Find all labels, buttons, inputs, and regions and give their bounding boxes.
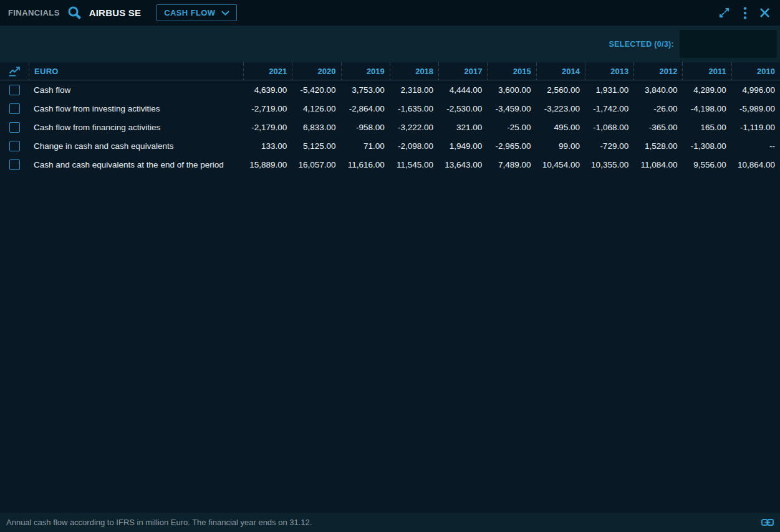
value-cell: 16,057.00 — [292, 160, 340, 169]
row-label: Cash and cash equivalents at the end of … — [29, 160, 243, 169]
year-column-header: 2012 — [633, 62, 682, 80]
year-column-header: 2017 — [438, 62, 487, 80]
chevron-down-icon — [221, 11, 229, 16]
cashflow-table: EURO 20212020201920182017201520142013201… — [0, 62, 780, 174]
table-row: Cash flow from investing activities -2,7… — [0, 99, 780, 118]
table-row: Change in cash and cash equivalents 133.… — [0, 136, 780, 155]
value-cell: 99.00 — [536, 141, 585, 151]
value-cell: -1,308.00 — [682, 141, 731, 151]
value-cell: 5,125.00 — [292, 141, 340, 151]
selected-count-label: SELECTED (0/3): — [609, 40, 674, 49]
value-cell: 11,545.00 — [390, 160, 438, 169]
value-cell: 13,643.00 — [438, 160, 487, 169]
value-cell: 1,528.00 — [633, 141, 682, 151]
search-button[interactable] — [67, 5, 82, 21]
app-title: FINANCIALS — [8, 8, 60, 17]
value-cell: -2,719.00 — [243, 104, 292, 113]
year-column-header: 2018 — [390, 62, 438, 80]
value-cell: 10,355.00 — [585, 160, 633, 169]
value-cell: -2,965.00 — [487, 141, 536, 151]
value-cell: 321.00 — [438, 123, 487, 132]
value-cell: -1,742.00 — [585, 104, 633, 113]
year-column-header: 2011 — [682, 62, 731, 80]
value-cell: -25.00 — [487, 123, 536, 132]
year-column-header: 2020 — [292, 62, 340, 80]
row-select-checkbox[interactable] — [9, 159, 20, 170]
value-cell: 15,889.00 — [243, 160, 292, 169]
value-cell: 10,864.00 — [731, 160, 780, 169]
year-column-header: 2014 — [536, 62, 585, 80]
value-cell: 71.00 — [341, 141, 390, 151]
value-cell: -1,635.00 — [390, 104, 438, 113]
value-cell: 4,126.00 — [292, 104, 340, 113]
row-select-checkbox[interactable] — [9, 85, 20, 95]
value-cell: 3,600.00 — [487, 85, 536, 95]
link-button[interactable] — [761, 518, 774, 526]
more-options-button[interactable] — [743, 7, 747, 19]
value-cell: 2,560.00 — [536, 85, 585, 95]
chart-column-header — [0, 62, 29, 80]
value-cell: 4,444.00 — [438, 85, 487, 95]
value-cell: -26.00 — [633, 104, 682, 113]
row-label: Cash flow from financing activities — [29, 123, 243, 132]
table-row: Cash and cash equivalents at the end of … — [0, 155, 780, 174]
checkbox-cell — [0, 85, 29, 95]
row-label: Change in cash and cash equivalents — [29, 141, 243, 151]
value-cell: 6,833.00 — [292, 123, 340, 132]
checkbox-cell — [0, 103, 29, 114]
footer-bar: Annual cash flow according to IFRS in mi… — [0, 513, 780, 532]
value-cell: 4,639.00 — [243, 85, 292, 95]
value-cell: -958.00 — [341, 123, 390, 132]
row-label: Cash flow from investing activities — [29, 104, 243, 113]
instrument-name: AIRBUS SE — [89, 7, 141, 18]
footnote-text: Annual cash flow according to IFRS in mi… — [6, 518, 312, 527]
close-button[interactable] — [759, 7, 770, 18]
table-header-row: EURO 20212020201920182017201520142013201… — [0, 62, 780, 80]
view-selector-label: CASH FLOW — [164, 8, 215, 17]
value-cell: -2,864.00 — [341, 104, 390, 113]
value-cell: -2,530.00 — [438, 104, 487, 113]
title-bar: FINANCIALS AIRBUS SE CASH FLOW — [0, 0, 780, 26]
chain-link-icon — [761, 518, 774, 526]
year-column-header: 2013 — [585, 62, 633, 80]
value-cell: 10,454.00 — [536, 160, 585, 169]
value-cell: 165.00 — [682, 123, 731, 132]
checkbox-cell — [0, 159, 29, 170]
kebab-menu-icon — [743, 7, 747, 19]
value-cell: -2,098.00 — [390, 141, 438, 151]
value-cell: 11,616.00 — [341, 160, 390, 169]
year-column-header: 2021 — [243, 62, 292, 80]
expand-arrows-icon — [718, 6, 731, 19]
view-selector-dropdown[interactable]: CASH FLOW — [156, 4, 236, 21]
table-row: Cash flow from financing activities -2,1… — [0, 118, 780, 136]
year-column-header: 2019 — [341, 62, 390, 80]
value-cell: 3,840.00 — [633, 85, 682, 95]
value-cell: -3,459.00 — [487, 104, 536, 113]
row-label: Cash flow — [29, 85, 243, 95]
value-cell: 1,949.00 — [438, 141, 487, 151]
topbar-actions — [718, 6, 772, 19]
row-select-checkbox[interactable] — [9, 103, 20, 114]
value-cell: 3,753.00 — [341, 85, 390, 95]
value-cell: 11,084.00 — [633, 160, 682, 169]
currency-column-header: EURO — [29, 62, 243, 80]
value-cell: -729.00 — [585, 141, 633, 151]
value-cell: 1,931.00 — [585, 85, 633, 95]
value-cell: 2,318.00 — [390, 85, 438, 95]
value-cell: -1,068.00 — [585, 123, 633, 132]
expand-button[interactable] — [718, 6, 731, 19]
value-cell: -- — [731, 141, 780, 151]
value-cell: -4,198.00 — [682, 104, 731, 113]
line-chart-icon — [8, 66, 21, 77]
table-body: Cash flow 4,639.00-5,420.003,753.002,318… — [0, 80, 780, 174]
value-cell: 495.00 — [536, 123, 585, 132]
row-select-checkbox[interactable] — [9, 141, 20, 151]
checkbox-cell — [0, 141, 29, 151]
value-cell: -5,989.00 — [731, 104, 780, 113]
value-cell: 9,556.00 — [682, 160, 731, 169]
search-icon — [67, 5, 82, 21]
row-select-checkbox[interactable] — [9, 122, 20, 133]
year-column-header: 2015 — [487, 62, 536, 80]
value-cell: -1,119.00 — [731, 123, 780, 132]
close-icon — [759, 7, 770, 18]
